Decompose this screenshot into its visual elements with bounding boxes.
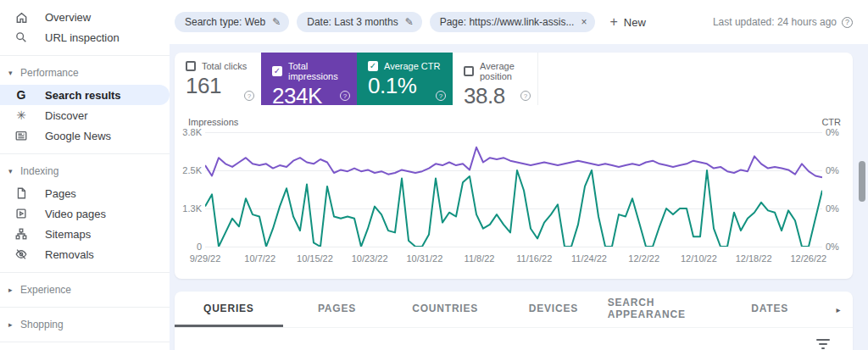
metric-label: Average position: [480, 61, 531, 81]
y-axis-tick-left: 2.5K: [176, 165, 202, 175]
checkbox-checked-icon[interactable]: ✓: [368, 61, 378, 71]
metric-total-impressions[interactable]: ✓ Total impressions 234K ?: [261, 53, 357, 105]
close-icon[interactable]: ×: [581, 16, 587, 28]
sidebar-section-indexing[interactable]: ▾ Indexing: [0, 162, 170, 181]
sidebar-section-shopping[interactable]: ▸ Shopping: [0, 315, 170, 334]
news-icon: [14, 128, 29, 143]
sidebar: Overview URL inspection ▾ Performance G …: [0, 0, 170, 350]
sidebar-item-label: Discover: [45, 109, 88, 122]
sidebar-item-label: Removals: [45, 248, 94, 261]
x-axis-tick: 12/2/22: [628, 253, 659, 264]
metric-average-ctr[interactable]: ✓ Average CTR 0.1% ?: [357, 53, 453, 105]
section-label: Indexing: [20, 165, 58, 177]
metric-value: 0.1%: [368, 73, 446, 99]
gridline: [205, 247, 822, 247]
sidebar-item-url-inspection[interactable]: URL inspection: [0, 27, 170, 47]
y-axis-tick-left: 1.3K: [176, 203, 202, 214]
y-axis-tick-left: 3.8K: [176, 127, 202, 137]
app-window: Overview URL inspection ▾ Performance G …: [0, 0, 868, 350]
help-icon[interactable]: ?: [244, 91, 254, 101]
performance-card: Total clicks 161 ? ✓ Total impressions 2…: [175, 53, 853, 279]
tab-devices[interactable]: DEVICES: [499, 292, 608, 327]
plus-icon: +: [609, 14, 617, 30]
x-axis-tick: 11/24/22: [571, 253, 607, 264]
sidebar-divider: [0, 307, 170, 308]
sidebar-divider: [0, 55, 170, 56]
chart-series-svg: [205, 132, 822, 247]
edit-icon[interactable]: ✎: [405, 16, 414, 28]
line-chart: 3.8K0%2.5K0%1.3K0%00%: [205, 132, 822, 247]
y-axis-tick-left: 0: [176, 242, 202, 252]
main-area: Search type: Web ✎ Date: Last 3 months ✎…: [170, 0, 868, 350]
x-axis-tick: 11/8/22: [465, 253, 495, 264]
chevron-down-icon: ▾: [8, 69, 19, 77]
chevron-right-icon: ▸: [8, 320, 19, 329]
tab-search-appearance[interactable]: SEARCH APPEARANCE: [608, 292, 716, 327]
y-axis-tick-right: 0%: [826, 127, 851, 137]
series-line-total-impressions: [205, 147, 822, 178]
edit-icon[interactable]: ✎: [272, 16, 281, 28]
video-page-icon: [14, 206, 29, 221]
help-icon[interactable]: ?: [842, 17, 853, 28]
sidebar-divider: [0, 272, 170, 273]
sidebar-item-video-pages[interactable]: Video pages: [0, 203, 170, 224]
new-filter-label: New: [624, 16, 646, 29]
sidebar-item-label: Google News: [45, 130, 111, 142]
x-axis-tick: 10/31/22: [406, 253, 442, 264]
eye-off-icon: [14, 247, 29, 262]
sidebar-item-label: Video pages: [45, 208, 106, 220]
filter-list-icon[interactable]: [815, 338, 831, 350]
sidebar-item-pages[interactable]: Pages: [0, 183, 170, 203]
y-axis-tick-right: 0%: [826, 242, 851, 252]
vertical-scrollbar-thumb[interactable]: [859, 161, 865, 202]
home-icon: [14, 9, 29, 25]
metric-label: Total clicks: [202, 61, 247, 71]
tab-pages[interactable]: PAGES: [283, 292, 392, 327]
sidebar-item-sitemaps[interactable]: Sitemaps: [0, 224, 170, 244]
y-axis-tick-right: 0%: [826, 165, 851, 175]
page-icon: [14, 186, 29, 201]
new-filter-button[interactable]: + New: [609, 14, 645, 30]
x-axis-tick: 10/7/22: [244, 253, 275, 264]
x-axis-tick: 9/29/22: [190, 253, 221, 264]
x-axis-tick: 10/23/22: [352, 253, 388, 264]
section-label: Experience: [20, 284, 71, 296]
chip-label: Date: Last 3 months: [307, 16, 398, 28]
filter-chip-date[interactable]: Date: Last 3 months ✎: [297, 12, 421, 32]
checkbox-unchecked-icon[interactable]: [186, 61, 196, 71]
tab-countries[interactable]: COUNTRIES: [391, 292, 499, 327]
last-updated: Last updated: 24 hours ago ?: [713, 16, 853, 28]
dimensions-card: QUERIESPAGESCOUNTRIESDEVICESSEARCH APPEA…: [175, 292, 853, 350]
sidebar-item-label: URL inspection: [45, 31, 120, 44]
content-area: Total clicks 161 ? ✓ Total impressions 2…: [170, 44, 868, 350]
filter-chip-page[interactable]: Page: https://www.link-assis... ×: [430, 12, 596, 32]
metric-average-position[interactable]: Average position 38.8 ?: [453, 53, 537, 105]
section-label: Performance: [20, 67, 79, 79]
sidebar-item-overview[interactable]: Overview: [0, 7, 170, 27]
sidebar-item-google-news[interactable]: Google News: [0, 125, 170, 146]
last-updated-text: Last updated: 24 hours ago: [713, 16, 837, 28]
sidebar-item-label: Search results: [45, 89, 121, 102]
metric-tiles: Total clicks 161 ? ✓ Total impressions 2…: [175, 53, 853, 105]
sidebar-section-performance[interactable]: ▾ Performance: [0, 64, 170, 82]
table-toolbar: [175, 328, 853, 350]
filter-chip-search-type[interactable]: Search type: Web ✎: [175, 12, 289, 32]
metric-total-clicks[interactable]: Total clicks 161 ?: [175, 53, 261, 105]
x-axis-tick: 12/18/22: [736, 253, 772, 264]
checkbox-checked-icon[interactable]: ✓: [272, 66, 282, 76]
sitemap-icon: [14, 226, 29, 242]
tabs-overflow-icon[interactable]: ▸: [824, 292, 853, 327]
section-label: Shopping: [20, 319, 64, 331]
help-icon[interactable]: ?: [520, 91, 531, 101]
sidebar-item-removals[interactable]: Removals: [0, 244, 170, 264]
metric-label: Total impressions: [288, 61, 350, 81]
help-icon[interactable]: ?: [436, 91, 446, 101]
tab-queries[interactable]: QUERIES: [175, 292, 283, 327]
sidebar-item-discover[interactable]: ✳ Discover: [0, 105, 170, 125]
tab-dates[interactable]: DATES: [715, 292, 824, 327]
help-icon[interactable]: ?: [340, 91, 350, 101]
sidebar-section-experience[interactable]: ▸ Experience: [0, 281, 170, 299]
sidebar-item-label: Pages: [45, 187, 76, 200]
sidebar-item-search-results[interactable]: G Search results: [0, 85, 170, 105]
checkbox-unchecked-icon[interactable]: [464, 66, 474, 76]
